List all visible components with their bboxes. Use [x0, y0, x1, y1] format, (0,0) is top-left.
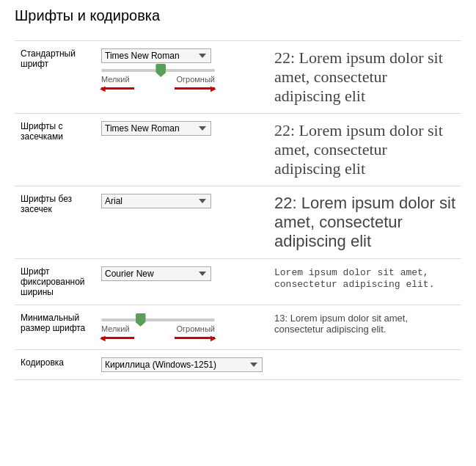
preview-sans-font: 22: Lorem ipsum dolor sit amet, consecte…	[268, 186, 461, 259]
preview-fixed-font: Lorem ipsum dolor sit amet, consectetur …	[268, 259, 461, 305]
font-select-serif-font[interactable]: Times New RomanArialCourier NewGeorgiaVe…	[101, 121, 211, 136]
control-standard-font[interactable]: Times New RomanArialCourier NewGeorgiaVe…	[95, 41, 268, 114]
control-sans-font[interactable]: ArialTimes New RomanCourier NewVerdana	[95, 186, 268, 259]
settings-row-min-size: Минимальный размер шрифтаМелкийОгромный1…	[15, 305, 461, 350]
settings-row-sans-font: Шрифты без засечекArialTimes New RomanCo…	[15, 186, 461, 259]
page-title: Шрифты и кодировка	[15, 7, 461, 29]
arrow-right-min-size	[171, 335, 215, 342]
label-min-size: Минимальный размер шрифта	[15, 305, 95, 350]
slider-max-label-min-size: Огромный	[177, 324, 216, 333]
label-serif-font: Шрифты с засечками	[15, 114, 95, 186]
label-fixed-font: Шрифт фиксированной ширины	[15, 259, 95, 305]
arrow-left-min-size	[101, 335, 138, 342]
preview-min-size: 13: Lorem ipsum dolor sit amet, consecte…	[268, 305, 461, 350]
arrow-right-standard-font	[171, 85, 215, 92]
font-select-sans-font[interactable]: ArialTimes New RomanCourier NewVerdana	[101, 194, 211, 208]
control-min-size[interactable]: МелкийОгромный	[95, 305, 268, 350]
arrow-left-standard-font	[101, 85, 138, 92]
settings-row-encoding: КодировкаКириллица (Windows-1251)UTF-8IS…	[15, 350, 461, 380]
label-sans-font: Шрифты без засечек	[15, 186, 95, 259]
slider-min-label-min-size: Мелкий	[101, 324, 130, 333]
settings-row-fixed-font: Шрифт фиксированной шириныCourier NewTim…	[15, 259, 461, 305]
slider-max-label-standard-font: Огромный	[177, 75, 216, 84]
label-standard-font: Стандартный шрифт	[15, 41, 95, 114]
font-select-standard-font[interactable]: Times New RomanArialCourier NewGeorgiaVe…	[101, 48, 211, 63]
control-encoding[interactable]: Кириллица (Windows-1251)UTF-8ISO-8859-1	[95, 350, 268, 380]
settings-table: Стандартный шрифтTimes New RomanArialCou…	[15, 40, 461, 380]
preview-standard-font: 22: Lorem ipsum dolor sit amet, consecte…	[268, 41, 461, 114]
label-encoding: Кодировка	[15, 350, 95, 380]
font-select-fixed-font[interactable]: Courier NewTimes New RomanArial	[101, 266, 211, 281]
settings-row-serif-font: Шрифты с засечкамиTimes New RomanArialCo…	[15, 114, 461, 186]
control-serif-font[interactable]: Times New RomanArialCourier NewGeorgiaVe…	[95, 114, 268, 186]
settings-row-standard-font: Стандартный шрифтTimes New RomanArialCou…	[15, 41, 461, 114]
preview-serif-font: 22: Lorem ipsum dolor sit amet, consecte…	[268, 114, 461, 186]
control-fixed-font[interactable]: Courier NewTimes New RomanArial	[95, 259, 268, 305]
slider-min-label-standard-font: Мелкий	[101, 75, 130, 84]
encoding-select[interactable]: Кириллица (Windows-1251)UTF-8ISO-8859-1	[101, 357, 263, 372]
